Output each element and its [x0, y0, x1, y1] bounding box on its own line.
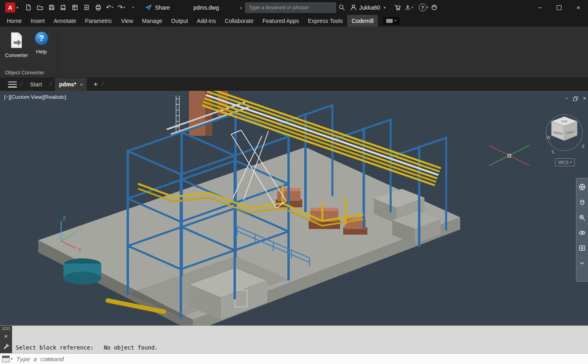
new-tab-button[interactable]: +	[93, 80, 98, 89]
view-control[interactable]: [Custom View]	[10, 94, 44, 100]
viewcube-top-label[interactable]: TOP	[561, 120, 568, 123]
command-prompt-button[interactable]: ▾	[2, 356, 12, 362]
qat-customize-icon: ▾	[133, 6, 134, 9]
account-button[interactable]: Jukka60 ▾	[350, 4, 387, 11]
app-menu-caret-icon[interactable]: ▾	[16, 6, 18, 10]
save-button[interactable]	[46, 2, 57, 13]
visual-style-control[interactable]: [Realistic]	[43, 94, 66, 100]
navbar-more-icon[interactable]	[578, 260, 586, 267]
help-dropdown-icon[interactable]: ▾	[427, 6, 428, 9]
undo-button[interactable]: ↶ ▾	[104, 2, 115, 13]
paper-plane-icon	[145, 4, 152, 11]
command-input[interactable]	[16, 356, 588, 363]
ribbon-tab-output[interactable]: Output	[167, 15, 193, 27]
close-button[interactable]: ×	[569, 0, 588, 15]
assistant-button[interactable]	[429, 2, 440, 13]
minimize-button[interactable]: −	[530, 0, 549, 15]
help-menu-button[interactable]: ? ▾	[418, 2, 429, 13]
ribbon-display-options-button[interactable]: ▾	[383, 17, 400, 25]
cart-button[interactable]	[392, 2, 403, 13]
account-dropdown-icon[interactable]: ▾	[384, 6, 386, 10]
viewport-minimize-control[interactable]: [−]	[4, 94, 10, 100]
zoom-icon[interactable]	[578, 214, 586, 221]
search-expand-icon[interactable]: ›	[240, 4, 242, 11]
new-file-button[interactable]	[23, 2, 34, 13]
command-line-settings-icon[interactable]	[3, 343, 9, 349]
search-box[interactable]	[245, 2, 336, 13]
assistant-icon	[431, 4, 438, 11]
model-ladder	[176, 96, 179, 133]
command-prompt-icon	[2, 356, 10, 362]
maximize-button[interactable]	[549, 0, 569, 15]
converter-button[interactable]: Converter	[3, 32, 30, 58]
ribbon-tab-featured-apps[interactable]: Featured Apps	[258, 15, 303, 27]
object-converter-panel: Converter ? Help Object Converter	[0, 27, 57, 78]
ribbon-tab-collaborate[interactable]: Collaborate	[220, 15, 258, 27]
ribbon-tab-express-tools[interactable]: Express Tools	[303, 15, 347, 27]
undo-dropdown-icon[interactable]: ▾	[112, 6, 113, 9]
publish-button[interactable]	[81, 2, 92, 13]
redo-button[interactable]: ↷ ▾	[116, 2, 127, 13]
navigation-bar	[576, 178, 588, 282]
app-logo[interactable]: A	[5, 2, 15, 12]
search-input[interactable]	[246, 4, 336, 10]
share-button[interactable]: Share	[145, 4, 170, 11]
tab-start[interactable]: Start	[26, 78, 46, 91]
quick-access-toolbar: ↶ ▾ ↷ ▾ ▾	[23, 2, 139, 13]
wcs-dropdown[interactable]: WCS ▾	[555, 158, 575, 166]
viewport-minimize-icon[interactable]: −	[565, 95, 568, 101]
showmotion-icon[interactable]	[578, 244, 586, 252]
panel-title: Object Converter	[0, 70, 57, 76]
ribbon-panel-area: Converter ? Help Object Converter	[0, 27, 588, 78]
tab-pdms[interactable]: pdms* ×	[55, 78, 87, 91]
command-prompt-dropdown-icon[interactable]: ▾	[11, 357, 12, 361]
window-controls: − ×	[530, 0, 588, 15]
command-line-close-icon[interactable]: ×	[4, 333, 8, 339]
orbit-icon[interactable]	[578, 229, 586, 237]
plot-button[interactable]	[70, 2, 80, 13]
cart-icon	[394, 4, 401, 11]
open-file-icon	[37, 4, 43, 11]
file-tab-bar: / Start / pdms* × + /	[0, 78, 588, 91]
command-line-window: × Select block reference: No object foun…	[0, 325, 588, 364]
viewcube-west-label[interactable]: W	[547, 135, 551, 140]
redo-dropdown-icon[interactable]: ▾	[123, 6, 125, 9]
help-button[interactable]: ? Help	[31, 32, 52, 55]
viewcube-east-label[interactable]: E	[582, 144, 585, 149]
print-button[interactable]	[93, 2, 104, 13]
navigation-wheel-icon[interactable]	[578, 183, 586, 191]
ribbon-tab-annotate[interactable]: Annotate	[49, 15, 80, 27]
viewport-restore-icon[interactable]	[573, 96, 578, 100]
tab-separator: /	[102, 80, 104, 88]
pan-icon[interactable]	[578, 198, 586, 206]
ribbon-tab-manage[interactable]: Manage	[137, 15, 167, 27]
share-label: Share	[155, 4, 170, 11]
viewport-window-buttons: − ×	[565, 95, 586, 101]
ribbon-tab-parametric[interactable]: Parametric	[80, 15, 117, 27]
ribbon-tab-view[interactable]: View	[117, 15, 137, 27]
app-store-dropdown-icon[interactable]: ▾	[412, 6, 413, 9]
ribbon-tab-home[interactable]: Home	[2, 15, 26, 27]
username: Jukka60	[359, 4, 380, 11]
command-input-row: ▾	[0, 353, 588, 364]
app-store-button[interactable]: ▾	[403, 2, 414, 13]
open-file-button[interactable]	[35, 2, 45, 13]
save-as-button[interactable]	[58, 2, 69, 13]
command-line-grip[interactable]	[2, 327, 10, 330]
ribbon-display-dropdown-icon: ▾	[395, 19, 396, 22]
search-icon[interactable]	[338, 4, 345, 11]
viewcube-south-label[interactable]: S	[551, 150, 554, 154]
command-history[interactable]: Select block reference: No object found.…	[12, 326, 588, 353]
ribbon-tab-addins[interactable]: Add-ins	[193, 15, 220, 27]
qat-customize-button[interactable]: ▾	[128, 2, 139, 13]
viewcube[interactable]: TOP FRONT RIGHT W S E	[542, 111, 588, 162]
file-tabs-menu-icon[interactable]	[8, 82, 17, 88]
tab-close-icon[interactable]: ×	[80, 82, 83, 88]
ribbon-tab-codemill[interactable]: Codemill	[347, 15, 378, 27]
save-icon	[48, 4, 55, 11]
viewport-close-icon[interactable]: ×	[583, 95, 586, 101]
ribbon-tab-insert[interactable]: Insert	[26, 15, 49, 27]
drawing-viewport[interactable]: [−] [Custom View] [Realistic] − × TOP FR…	[0, 91, 588, 325]
command-line-strip[interactable]: ×	[0, 326, 12, 353]
wcs-caret-icon: ▾	[570, 161, 572, 164]
